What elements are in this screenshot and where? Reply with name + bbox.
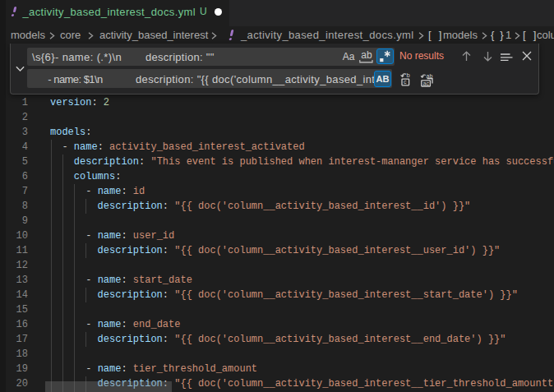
svg-text:ac: ac — [423, 81, 430, 86]
svg-text:c: c — [404, 79, 407, 85]
svg-text:ab: ab — [427, 73, 433, 79]
svg-text:b: b — [407, 72, 410, 79]
